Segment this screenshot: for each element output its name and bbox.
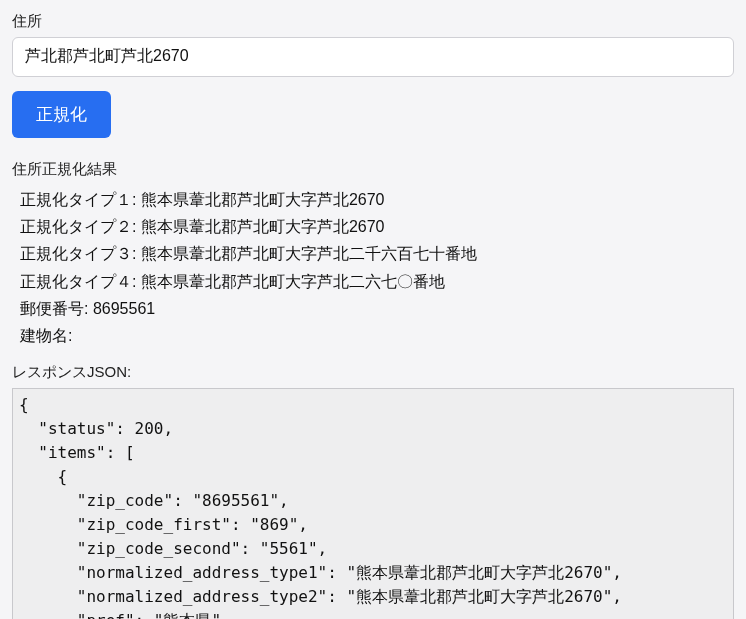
result-line: 正規化タイプ２: 熊本県葦北郡芦北町大字芦北2670 bbox=[20, 213, 726, 240]
address-label: 住所 bbox=[12, 10, 734, 33]
result-line: 建物名: bbox=[20, 322, 726, 349]
response-json-heading: レスポンスJSON: bbox=[12, 361, 734, 384]
result-line: 郵便番号: 8695561 bbox=[20, 295, 726, 322]
normalize-button[interactable]: 正規化 bbox=[12, 91, 111, 138]
address-input[interactable] bbox=[12, 37, 734, 77]
result-line: 正規化タイプ１: 熊本県葦北郡芦北町大字芦北2670 bbox=[20, 186, 726, 213]
result-line: 正規化タイプ３: 熊本県葦北郡芦北町大字芦北二千六百七十番地 bbox=[20, 240, 726, 267]
response-json-box[interactable]: { "status": 200, "items": [ { "zip_code"… bbox=[12, 388, 734, 619]
result-line: 正規化タイプ４: 熊本県葦北郡芦北町大字芦北二六七〇番地 bbox=[20, 268, 726, 295]
result-lines: 正規化タイプ１: 熊本県葦北郡芦北町大字芦北2670 正規化タイプ２: 熊本県葦… bbox=[12, 180, 734, 349]
result-heading: 住所正規化結果 bbox=[12, 158, 734, 181]
